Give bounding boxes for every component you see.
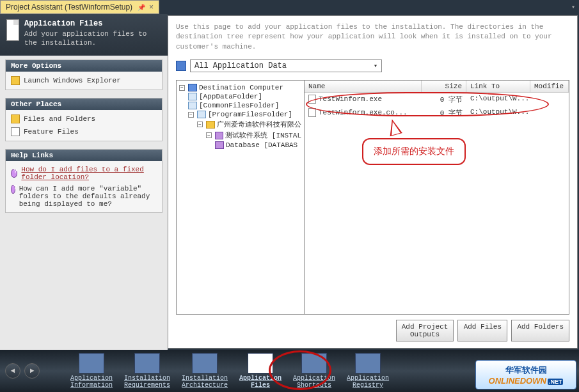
collapse-icon[interactable]: − bbox=[179, 85, 185, 91]
tree-node[interactable]: − [ProgramFilesFolder] bbox=[179, 110, 301, 119]
files-and-folders-item[interactable]: Files and Folders bbox=[10, 113, 158, 125]
page-title: Application Files bbox=[24, 19, 161, 28]
data-filter-row: All Application Data ▾ bbox=[176, 59, 569, 72]
help-link-2[interactable]: How can I add more "variable" folders to… bbox=[10, 183, 158, 210]
col-linkto[interactable]: Link To bbox=[466, 81, 530, 92]
folder-icon bbox=[197, 111, 206, 118]
page-header: Application Files Add your application f… bbox=[0, 14, 168, 56]
nav-label: Application Files bbox=[239, 375, 282, 389]
col-size[interactable]: Size bbox=[422, 81, 466, 92]
watermark-cn: 华军软件园 bbox=[505, 365, 547, 376]
nav-label: Application Registry bbox=[347, 375, 389, 389]
pin-icon[interactable]: 📌 bbox=[138, 4, 145, 11]
tree-label: Database [DATABAS bbox=[226, 141, 297, 149]
nav-app-files[interactable]: Application Files bbox=[235, 350, 285, 391]
tree-label: [CommonFilesFolder] bbox=[199, 102, 279, 109]
nav-install-requirements[interactable]: Installation Requirements bbox=[120, 350, 174, 391]
section-title: Other Places bbox=[6, 98, 162, 110]
tree-node[interactable]: − 广州爱奇迪软件科技有限公 bbox=[179, 119, 301, 130]
collapse-icon[interactable]: − bbox=[197, 122, 203, 127]
section-title: More Options bbox=[6, 60, 162, 72]
folder-icon bbox=[188, 93, 197, 100]
collapse-icon[interactable]: − bbox=[188, 112, 194, 118]
nav-icon bbox=[134, 353, 160, 373]
file-icon bbox=[11, 127, 20, 136]
file-list-header: Name Size Link To Modifie bbox=[305, 81, 569, 93]
add-files-button[interactable]: Add Files bbox=[457, 320, 507, 341]
item-label: Feature Files bbox=[24, 128, 79, 136]
help-link-1[interactable]: How do I add files to a fixed folder loc… bbox=[10, 164, 158, 183]
help-link-label: How do I add files to a fixed folder loc… bbox=[21, 166, 157, 181]
watermark-en: ONLINEDOWN.NET bbox=[489, 376, 564, 386]
folder-open-icon bbox=[11, 76, 20, 85]
feature-files-item[interactable]: Feature Files bbox=[10, 125, 158, 138]
main-area: Application Files Add your application f… bbox=[0, 14, 579, 350]
nav-app-information[interactable]: Application Information bbox=[67, 350, 116, 391]
tree-node[interactable]: − 测试软件系统 [INSTAL bbox=[179, 130, 301, 141]
bottom-nav: ◄ ► Application Information Installation… bbox=[0, 350, 579, 392]
tree-root[interactable]: − Destination Computer bbox=[179, 83, 301, 92]
file-name: TestWinform.exe bbox=[319, 95, 382, 103]
component-icon bbox=[215, 141, 224, 149]
left-panel: Application Files Add your application f… bbox=[0, 14, 168, 350]
nav-install-architecture[interactable]: Installation Architecture bbox=[178, 350, 232, 391]
computer-icon bbox=[188, 84, 197, 91]
nav-app-shortcuts[interactable]: Application Shortcuts bbox=[289, 350, 339, 391]
tree-node[interactable]: [AppDataFolder] bbox=[179, 92, 301, 101]
nav-label: Application Shortcuts bbox=[293, 375, 335, 389]
file-icon bbox=[308, 108, 316, 117]
folder-icon bbox=[188, 102, 197, 109]
page-subtitle: Add your application files to the instal… bbox=[24, 29, 161, 48]
chevron-down-icon: ▾ bbox=[374, 62, 377, 70]
nav-back-button[interactable]: ◄ bbox=[5, 363, 20, 379]
nav-forward-button[interactable]: ► bbox=[24, 363, 40, 379]
nav-label: Installation Architecture bbox=[182, 375, 228, 389]
close-icon[interactable]: × bbox=[149, 3, 154, 12]
data-filter-dropdown[interactable]: All Application Data ▾ bbox=[190, 59, 382, 72]
file-row[interactable]: TestWinform.exe 0 字节 C:\output\W... bbox=[305, 93, 569, 106]
tree-node[interactable]: [CommonFilesFolder] bbox=[179, 101, 301, 110]
content-split: − Destination Computer [AppDataFolder] [… bbox=[176, 80, 569, 315]
file-size: 0 字节 bbox=[422, 107, 466, 118]
annotation-callout: 添加所需的安装文件 bbox=[362, 138, 466, 165]
top-bar: Project Assistant (TestWinformSetup) 📌 ×… bbox=[0, 0, 579, 14]
dropdown-selected: All Application Data bbox=[194, 61, 287, 70]
col-name[interactable]: Name bbox=[305, 81, 422, 92]
tree-label: Destination Computer bbox=[199, 84, 283, 91]
help-icon bbox=[11, 185, 15, 194]
tree-label: [ProgramFilesFolder] bbox=[208, 111, 292, 118]
file-list-pane: Name Size Link To Modifie TestWinform.ex… bbox=[305, 81, 569, 314]
more-options-section: More Options Launch Windows Explorer bbox=[5, 59, 163, 90]
folder-icon bbox=[206, 121, 215, 129]
annotation-tail bbox=[386, 118, 402, 136]
collapse-icon[interactable]: − bbox=[206, 132, 212, 138]
launch-explorer-item[interactable]: Launch Windows Explorer bbox=[10, 74, 158, 87]
window-dropdown-icon[interactable]: ▾ bbox=[571, 3, 579, 11]
file-linkto: C:\output\W... bbox=[466, 94, 530, 105]
nav-icon bbox=[301, 353, 327, 373]
add-folders-button[interactable]: Add Folders bbox=[511, 320, 569, 341]
file-icon bbox=[6, 19, 19, 41]
file-size: 0 字节 bbox=[422, 94, 466, 105]
file-row[interactable]: TestWinform.exe.co... 0 字节 C:\output\W..… bbox=[305, 106, 569, 120]
add-project-outputs-button[interactable]: Add Project Outputs bbox=[396, 320, 454, 341]
col-modified[interactable]: Modifie bbox=[530, 81, 569, 92]
nav-icon bbox=[79, 353, 104, 373]
tree-label: 测试软件系统 [INSTAL bbox=[225, 130, 301, 140]
tree-node[interactable]: Database [DATABAS bbox=[179, 141, 301, 150]
page-description: Use this page to add your application fi… bbox=[176, 22, 569, 52]
document-tab[interactable]: Project Assistant (TestWinformSetup) 📌 × bbox=[0, 0, 159, 14]
tab-title: Project Assistant (TestWinformSetup) bbox=[6, 3, 132, 12]
data-icon bbox=[176, 61, 186, 71]
destination-tree[interactable]: − Destination Computer [AppDataFolder] [… bbox=[177, 81, 305, 314]
nav-app-registry[interactable]: Application Registry bbox=[343, 350, 393, 391]
help-icon bbox=[11, 169, 17, 178]
tree-label: 广州爱奇迪软件科技有限公 bbox=[217, 120, 301, 129]
item-label: Launch Windows Explorer bbox=[24, 77, 121, 84]
nav-icon bbox=[355, 353, 381, 373]
action-button-row: Add Project Outputs Add Files Add Folder… bbox=[176, 315, 569, 341]
help-link-label: How can I add more "variable" folders to… bbox=[19, 185, 157, 208]
file-name: TestWinform.exe.co... bbox=[319, 109, 408, 116]
tree-label: [AppDataFolder] bbox=[199, 93, 262, 100]
other-places-section: Other Places Files and Folders Feature F… bbox=[5, 98, 163, 141]
